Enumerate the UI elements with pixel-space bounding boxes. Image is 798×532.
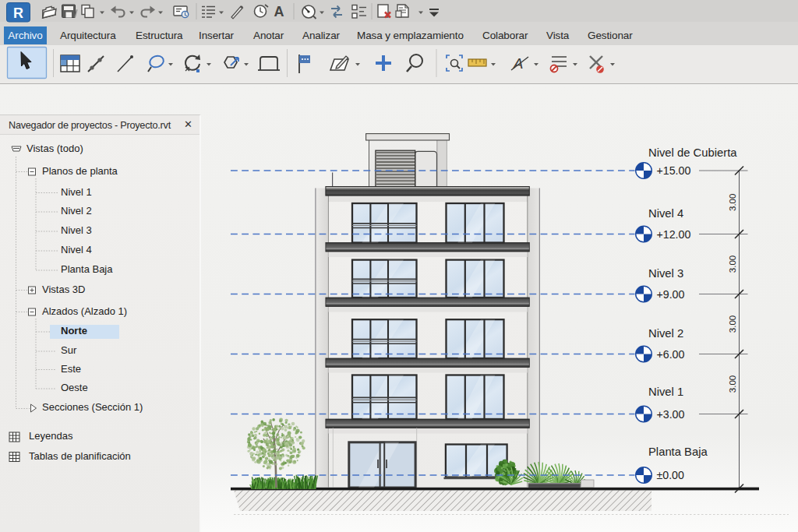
svg-text:+15.00: +15.00 xyxy=(657,164,691,177)
svg-text:Nivel 1: Nivel 1 xyxy=(648,386,683,398)
svg-text:Nivel 3: Nivel 3 xyxy=(648,267,683,280)
svg-text:+12.00: +12.00 xyxy=(657,228,691,241)
svg-text:3.00: 3.00 xyxy=(728,315,737,333)
svg-text:3.00: 3.00 xyxy=(728,255,737,273)
svg-text:3.00: 3.00 xyxy=(728,194,737,211)
svg-text:+6.00: +6.00 xyxy=(657,348,685,361)
svg-text:R: R xyxy=(13,5,23,21)
svg-text:Nivel 2: Nivel 2 xyxy=(648,327,683,340)
svg-text:Planta Baja: Planta Baja xyxy=(648,446,708,458)
svg-text:A: A xyxy=(513,55,524,72)
svg-text:+9.00: +9.00 xyxy=(657,288,685,301)
svg-text:3.00: 3.00 xyxy=(728,375,737,393)
svg-text:+3.00: +3.00 xyxy=(657,408,685,421)
svg-text:Nivel de Cubierta: Nivel de Cubierta xyxy=(648,146,737,159)
svg-text:Nivel 4: Nivel 4 xyxy=(648,207,683,220)
svg-text:±0.00: ±0.00 xyxy=(657,469,685,481)
svg-text:A: A xyxy=(274,4,284,19)
